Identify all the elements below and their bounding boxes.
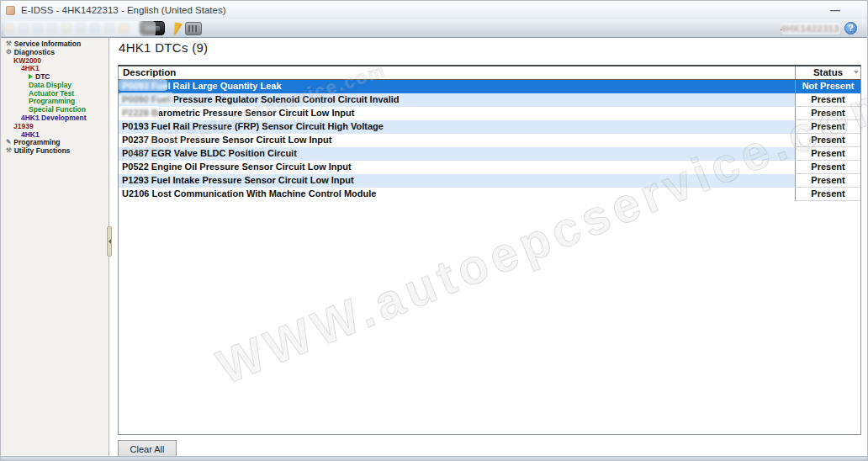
column-header-status-label: Status (813, 67, 843, 77)
sort-indicator-icon (854, 71, 859, 74)
column-header-status[interactable]: Status (795, 66, 860, 79)
sidebar-item-label: 4HK1 (21, 64, 40, 72)
window-title: E-IDSS - 4HK1422313 - English (United St… (21, 5, 830, 15)
sidebar-item-diagnostics[interactable]: ⚙Diagnostics (1, 48, 108, 56)
dtc-status: Not Present (795, 80, 860, 93)
dtc-description: P0522 Engine Oil Pressure Sensor Circuit… (119, 161, 795, 174)
sidebar-item-label: Programming (29, 97, 75, 105)
dtc-status: Present (795, 93, 860, 107)
sidebar-item-label: Utility Functions (14, 146, 71, 155)
diagnostics-icon: ⚙ (6, 49, 12, 56)
dtc-description: P0487 EGR Valve BLDC Position Circuit (119, 147, 795, 161)
dtc-status: Present (795, 134, 860, 147)
sidebar-item-utility-functions[interactable]: ⚒Utility Functions (1, 146, 108, 155)
toolbar-icon[interactable] (76, 23, 86, 34)
statusbar (1, 456, 867, 460)
toolbar-icon[interactable] (119, 23, 129, 34)
toolbar-icon[interactable] (33, 23, 43, 34)
toolbar-icon[interactable] (47, 23, 57, 34)
table-row[interactable]: P0487 EGR Valve BLDC Position CircuitPre… (119, 147, 860, 161)
table-row[interactable]: P0193 Fuel Rail Pressure (FRP) Sensor Ci… (119, 120, 860, 134)
toolbar-icon[interactable] (90, 23, 100, 34)
sidebar-item-label: Diagnostics (14, 48, 55, 56)
table-row[interactable]: P0090 Fuel Pressure Regulator Solenoid C… (119, 93, 860, 107)
dtc-description: P1293 Fuel Intake Pressure Sensor Circui… (119, 174, 795, 188)
dtc-status: Present (795, 161, 860, 174)
selected-node-arrow-icon (29, 74, 33, 79)
dtc-status: Present (795, 120, 860, 134)
sidebar-item-label: J1939 (13, 122, 34, 130)
toolbar-icon[interactable] (19, 23, 29, 34)
dtc-status: Present (795, 174, 860, 188)
session-id-label: 4HK1422313 (781, 24, 839, 34)
sidebar-item-label: Special Function (29, 105, 86, 114)
toolbar-icon-cluster (4, 23, 129, 34)
toolbar-icon[interactable] (61, 23, 71, 34)
page-title: 4HK1 DTCs (9) (119, 40, 208, 55)
lightning-connect-icon[interactable] (167, 22, 183, 34)
sidebar-item-dtc[interactable]: DTC (1, 72, 108, 81)
table-body: P0093 Fuel Rail Large Quantity LeakNot P… (119, 80, 860, 201)
dtc-status: Present (795, 188, 860, 201)
table-row[interactable]: P0237 Boost Pressure Sensor Circuit Low … (119, 134, 860, 147)
sidebar-item-4hk1-development[interactable]: 4HK1 Development (1, 114, 108, 122)
dtc-status: Present (795, 107, 860, 120)
toolbar-icon[interactable] (104, 23, 114, 34)
sidebar-item-service-information[interactable]: ⚒Service Information (1, 40, 108, 48)
minimize-button[interactable]: — (830, 6, 840, 14)
sidebar-item-label: Actuator Test (29, 89, 74, 98)
sidebar-item-programming[interactable]: ✎Programming (1, 139, 108, 147)
table-row[interactable]: P0522 Engine Oil Pressure Sensor Circuit… (119, 161, 860, 174)
engine-ecu-icon[interactable] (185, 22, 202, 35)
sidebar-item-special-function[interactable]: Special Function (1, 105, 108, 114)
sidebar-item-label: Data Display (29, 81, 71, 89)
sidebar-item-data-display[interactable]: Data Display (1, 81, 108, 89)
dtc-description: U2106 Lost Communication With Machine Co… (119, 188, 795, 201)
sidebar-item-label: 4HK1 Development (21, 114, 86, 122)
help-icon[interactable]: ? (844, 22, 857, 34)
dtc-description: P2228 Barometric Pressure Sensor Circuit… (119, 107, 795, 120)
sidebar-item-label: DTC (35, 72, 50, 81)
main-panel: 4HK1 DTCs (9) Description Status P0093 F… (110, 38, 867, 456)
diagnostic-device-icon[interactable] (140, 21, 165, 35)
sidebar-item-label: Service Information (14, 40, 81, 48)
dtc-status: Present (795, 147, 860, 161)
sidebar-item-label: 4HK1 (21, 130, 40, 139)
dtc-description: P0237 Boost Pressure Sensor Circuit Low … (119, 134, 795, 147)
dtc-description: P0193 Fuel Rail Pressure (FRP) Sensor Ci… (119, 120, 795, 134)
toolbar-icon[interactable] (4, 23, 14, 34)
programming-icon: ✎ (6, 139, 11, 146)
sidebar-item-j1939[interactable]: J1939 (1, 122, 108, 130)
dtc-description: P0093 Fuel Rail Large Quantity Leak (119, 80, 795, 93)
sidebar-item-actuator-test[interactable]: Actuator Test (1, 89, 108, 98)
sidebar-tree: ⚒Service Information⚙DiagnosticsKW20004H… (1, 38, 109, 456)
utility-functions-icon: ⚒ (6, 147, 12, 154)
sidebar-splitter-handle[interactable] (107, 226, 112, 257)
app-icon (6, 6, 15, 15)
table-header: Description Status (119, 66, 860, 80)
toolbar: 4HK1422313 ? (1, 19, 867, 38)
sidebar-item-label: Programming (13, 138, 60, 146)
table-row[interactable]: P2228 Barometric Pressure Sensor Circuit… (119, 107, 860, 120)
titlebar: E-IDSS - 4HK1422313 - English (United St… (1, 1, 867, 19)
sidebar-item-4hk1[interactable]: 4HK1 (1, 64, 108, 72)
dtc-description: P0090 Fuel Pressure Regulator Solenoid C… (119, 93, 795, 107)
column-header-description[interactable]: Description (119, 66, 795, 79)
sidebar-item-programming[interactable]: Programming (1, 98, 108, 106)
sidebar-item-4hk1[interactable]: 4HK1 (1, 130, 108, 139)
dtc-table: Description Status P0093 Fuel Rail Large… (118, 65, 861, 435)
sidebar-item-label: KW2000 (13, 56, 41, 65)
e-idss-window: E-IDSS - 4HK1422313 - English (United St… (0, 0, 868, 461)
table-row[interactable]: U2106 Lost Communication With Machine Co… (119, 188, 860, 201)
service-information-icon: ⚒ (6, 40, 12, 47)
table-row[interactable]: P0093 Fuel Rail Large Quantity LeakNot P… (119, 80, 860, 93)
table-row[interactable]: P1293 Fuel Intake Pressure Sensor Circui… (119, 174, 860, 188)
sidebar-item-kw2000[interactable]: KW2000 (1, 56, 108, 65)
